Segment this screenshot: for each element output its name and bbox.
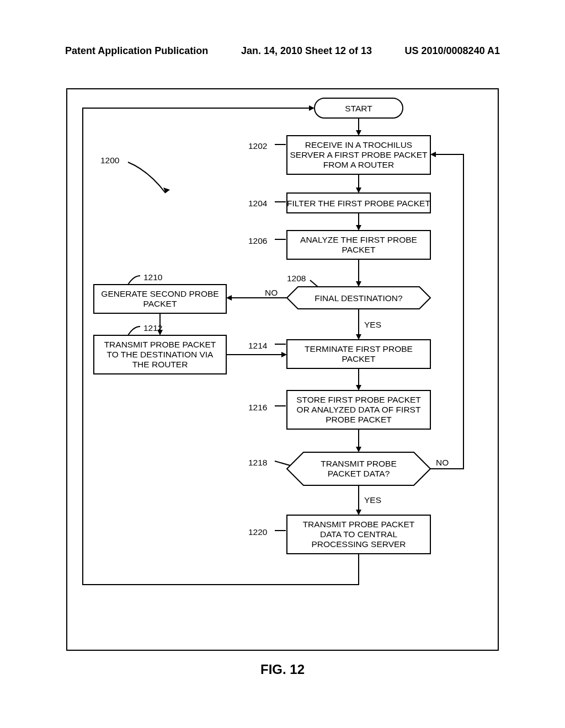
ref-1202: 1202 bbox=[248, 141, 267, 151]
svg-text:STORE FIRST PROBE PACKET: STORE FIRST PROBE PACKET bbox=[296, 395, 421, 404]
svg-text:OR ANALYZED DATA OF FIRST: OR ANALYZED DATA OF FIRST bbox=[297, 405, 421, 414]
svg-text:THE ROUTER: THE ROUTER bbox=[132, 360, 188, 369]
label-no-1218: NO bbox=[436, 458, 449, 467]
box-1206: ANALYZE THE FIRST PROBE PACKET bbox=[287, 231, 430, 259]
arrow-1218-no-loop bbox=[430, 154, 463, 469]
ref-1214: 1214 bbox=[248, 341, 268, 350]
header-right: US 2010/0008240 A1 bbox=[405, 45, 500, 57]
ref-1212-leader bbox=[128, 326, 140, 335]
ref-1212: 1212 bbox=[143, 323, 162, 333]
ref-1218: 1218 bbox=[248, 458, 267, 467]
header-center: Jan. 14, 2010 Sheet 12 of 13 bbox=[241, 45, 372, 57]
ref-1208-leader bbox=[310, 280, 318, 287]
label-yes-1218: YES bbox=[364, 495, 381, 505]
ref-1208: 1208 bbox=[287, 274, 306, 283]
svg-text:TERMINATE FIRST PROBE: TERMINATE FIRST PROBE bbox=[305, 344, 413, 354]
svg-text:FILTER THE FIRST PROBE PACKET: FILTER THE FIRST PROBE PACKET bbox=[287, 199, 430, 208]
flowchart: START RECEIVE IN A TROCHILUS SERVER A FI… bbox=[66, 88, 499, 651]
box-1220: TRANSMIT PROBE PACKET DATA TO CENTRAL PR… bbox=[287, 515, 430, 554]
svg-text:FROM A ROUTER: FROM A ROUTER bbox=[323, 160, 394, 169]
box-1204: FILTER THE FIRST PROBE PACKET bbox=[287, 193, 430, 213]
ref-1204: 1204 bbox=[248, 199, 268, 208]
svg-text:FINAL DESTINATION?: FINAL DESTINATION? bbox=[315, 293, 403, 303]
svg-text:ANALYZE THE FIRST PROBE: ANALYZE THE FIRST PROBE bbox=[300, 235, 417, 244]
ref-1210-leader bbox=[128, 276, 140, 285]
label-no-1208: NO bbox=[265, 288, 278, 297]
ref-1200-leader bbox=[128, 162, 166, 193]
box-1212: TRANSMIT PROBE PACKET TO THE DESTINATION… bbox=[94, 335, 226, 374]
label-yes-1208: YES bbox=[364, 320, 381, 329]
box-1210: GENERATE SECOND PROBE PACKET bbox=[94, 285, 226, 313]
decision-1208: FINAL DESTINATION? bbox=[287, 287, 430, 309]
svg-text:TO THE DESTINATION VIA: TO THE DESTINATION VIA bbox=[107, 350, 214, 359]
ref-1206: 1206 bbox=[248, 236, 267, 245]
decision-1218: TRANSMIT PROBE PACKET DATA? bbox=[287, 452, 430, 485]
svg-text:PACKET: PACKET bbox=[342, 245, 376, 254]
ref-1210: 1210 bbox=[143, 272, 163, 282]
start-terminator: START bbox=[315, 98, 403, 118]
page-header: Patent Application Publication Jan. 14, … bbox=[0, 45, 565, 57]
svg-text:START: START bbox=[345, 104, 372, 113]
svg-text:TRANSMIT PROBE PACKET: TRANSMIT PROBE PACKET bbox=[303, 520, 415, 529]
svg-text:RECEIVE IN A TROCHILUS: RECEIVE IN A TROCHILUS bbox=[305, 140, 412, 149]
figure-caption: FIG. 12 bbox=[0, 662, 565, 677]
svg-text:PROCESSING SERVER: PROCESSING SERVER bbox=[311, 539, 406, 549]
box-1214: TERMINATE FIRST PROBE PACKET bbox=[287, 340, 430, 368]
ref-1216: 1216 bbox=[248, 403, 267, 412]
svg-text:PROBE PACKET: PROBE PACKET bbox=[326, 415, 392, 424]
box-1216: STORE FIRST PROBE PACKET OR ANALYZED DAT… bbox=[287, 390, 430, 429]
ref-1220: 1220 bbox=[248, 527, 268, 537]
header-left: Patent Application Publication bbox=[65, 45, 208, 57]
svg-text:PACKET DATA?: PACKET DATA? bbox=[328, 469, 390, 478]
svg-text:PACKET: PACKET bbox=[342, 354, 376, 363]
svg-text:GENERATE SECOND PROBE: GENERATE SECOND PROBE bbox=[101, 289, 218, 298]
ref-1200: 1200 bbox=[100, 156, 120, 165]
svg-text:TRANSMIT PROBE: TRANSMIT PROBE bbox=[321, 459, 397, 468]
svg-text:PACKET: PACKET bbox=[143, 299, 177, 308]
svg-text:TRANSMIT PROBE PACKET: TRANSMIT PROBE PACKET bbox=[104, 340, 216, 349]
svg-text:DATA TO CENTRAL: DATA TO CENTRAL bbox=[320, 529, 397, 539]
svg-text:SERVER A FIRST PROBE PACKET: SERVER A FIRST PROBE PACKET bbox=[290, 150, 428, 159]
box-1202: RECEIVE IN A TROCHILUS SERVER A FIRST PR… bbox=[287, 136, 430, 174]
ref-1218-leader bbox=[275, 461, 290, 465]
page: Patent Application Publication Jan. 14, … bbox=[0, 0, 565, 728]
